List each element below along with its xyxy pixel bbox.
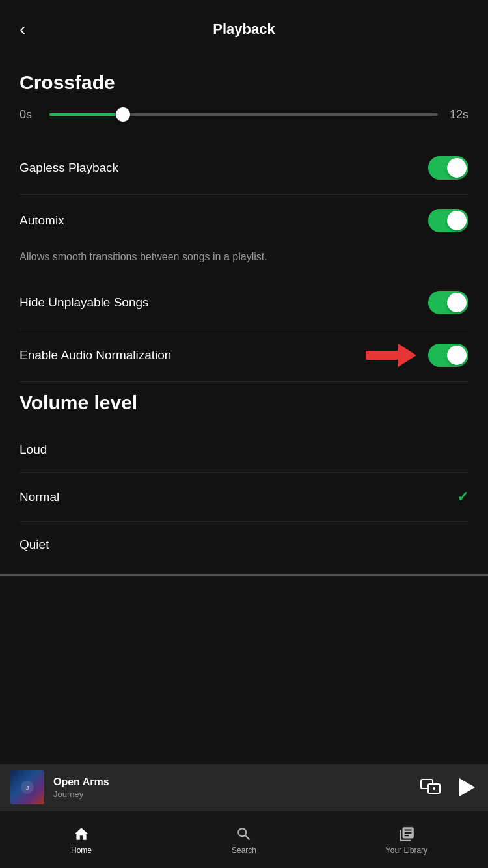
slider-track bbox=[49, 113, 438, 116]
slider-fill bbox=[49, 113, 123, 116]
audio-normalization-toggle[interactable] bbox=[428, 344, 468, 367]
crossfade-section: Crossfade 0s 12s bbox=[20, 72, 468, 122]
gapless-playback-toggle[interactable] bbox=[428, 156, 468, 180]
bottom-navigation: Home Search Your Library bbox=[0, 811, 488, 868]
audio-normalization-label: Enable Audio Normalization bbox=[20, 348, 171, 362]
search-icon bbox=[235, 825, 253, 843]
crossfade-slider-row: 0s 12s bbox=[20, 107, 468, 122]
automix-row: Automix bbox=[20, 195, 468, 247]
volume-option-loud[interactable]: Loud bbox=[20, 427, 468, 473]
now-playing-bar[interactable]: J Open Arms Journey bbox=[0, 764, 488, 811]
svg-text:J: J bbox=[25, 785, 29, 791]
volume-level-title: Volume level bbox=[20, 392, 468, 414]
automix-label: Automix bbox=[20, 213, 64, 228]
nav-item-home[interactable]: Home bbox=[0, 825, 163, 855]
home-label: Home bbox=[71, 846, 92, 855]
page-title: Playback bbox=[213, 21, 275, 38]
hide-unplayable-toggle[interactable] bbox=[428, 291, 468, 314]
arrow-head bbox=[398, 344, 416, 367]
track-artist: Journey bbox=[53, 789, 411, 799]
toggle-thumb bbox=[447, 293, 467, 312]
volume-quiet-label: Quiet bbox=[20, 537, 49, 552]
crossfade-slider[interactable] bbox=[49, 107, 438, 122]
gapless-playback-label: Gapless Playback bbox=[20, 161, 118, 175]
arrow-shaft bbox=[366, 351, 398, 360]
volume-level-section: Volume level Loud Normal ✓ Quiet bbox=[20, 392, 468, 567]
volume-option-quiet[interactable]: Quiet bbox=[20, 522, 468, 567]
slider-max-label: 12s bbox=[450, 108, 468, 122]
svg-point-5 bbox=[433, 787, 435, 790]
settings-content: Crossfade 0s 12s Gapless Playback Automi… bbox=[0, 59, 488, 570]
gapless-playback-row: Gapless Playback bbox=[20, 142, 468, 195]
album-art-svg: J bbox=[10, 770, 44, 804]
red-arrow-annotation bbox=[366, 344, 416, 367]
play-icon bbox=[459, 778, 475, 796]
toggle-thumb bbox=[447, 211, 467, 230]
track-info: Open Arms Journey bbox=[53, 776, 411, 799]
album-art: J bbox=[10, 770, 44, 804]
audio-normalization-row: Enable Audio Normalization bbox=[20, 329, 468, 382]
volume-loud-label: Loud bbox=[20, 442, 47, 457]
toggle-thumb bbox=[447, 346, 467, 365]
play-button[interactable] bbox=[454, 776, 478, 799]
nav-item-search[interactable]: Search bbox=[163, 825, 325, 855]
hide-unplayable-row: Hide Unplayable Songs bbox=[20, 277, 468, 329]
automix-description: Allows smooth transitions between songs … bbox=[20, 247, 468, 277]
crossfade-title: Crossfade bbox=[20, 72, 468, 94]
nav-item-library[interactable]: Your Library bbox=[325, 825, 488, 855]
library-icon bbox=[398, 825, 416, 843]
volume-normal-checkmark: ✓ bbox=[457, 489, 468, 506]
back-button[interactable]: ‹ bbox=[20, 19, 25, 40]
search-label: Search bbox=[232, 846, 256, 855]
track-name: Open Arms bbox=[53, 776, 411, 788]
now-playing-controls bbox=[420, 776, 478, 799]
bottom-divider bbox=[0, 574, 488, 576]
library-label: Your Library bbox=[386, 846, 427, 855]
automix-section: Automix Allows smooth transitions betwee… bbox=[20, 195, 468, 277]
slider-min-label: 0s bbox=[20, 108, 38, 122]
home-icon bbox=[72, 825, 90, 843]
album-art-image: J bbox=[10, 770, 44, 804]
header: ‹ Playback bbox=[0, 0, 488, 59]
hide-unplayable-label: Hide Unplayable Songs bbox=[20, 295, 149, 310]
toggle-thumb bbox=[447, 158, 467, 178]
volume-normal-label: Normal bbox=[20, 490, 59, 504]
device-icon[interactable] bbox=[420, 778, 441, 796]
volume-option-normal[interactable]: Normal ✓ bbox=[20, 473, 468, 522]
automix-toggle[interactable] bbox=[428, 209, 468, 232]
slider-thumb[interactable] bbox=[116, 107, 130, 122]
